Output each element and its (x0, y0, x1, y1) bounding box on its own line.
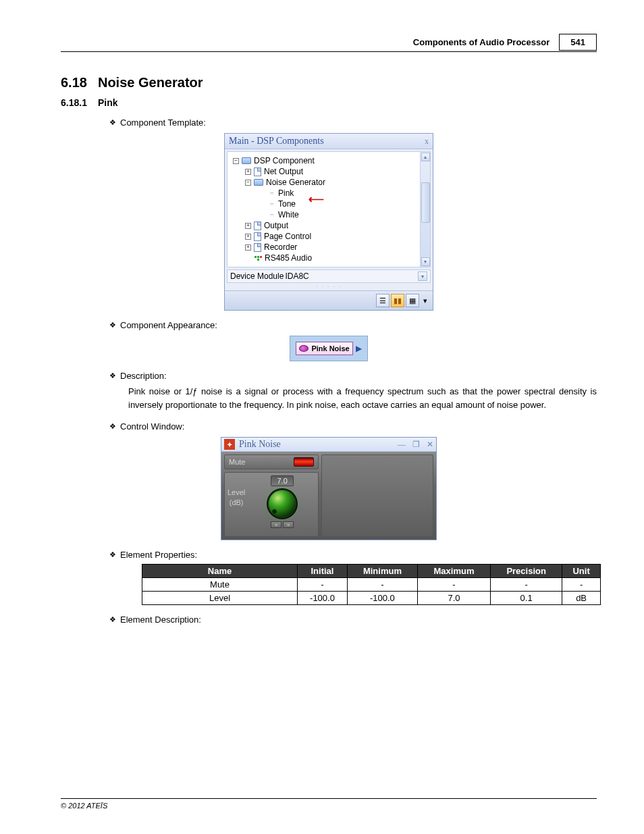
view-list-button[interactable]: ☰ (376, 294, 390, 307)
subsection-number: 6.18.1 (61, 97, 87, 108)
tree-label: White (278, 210, 299, 219)
section-title: Noise Generator (98, 75, 203, 90)
tree-pink[interactable]: ⎓Pink (229, 188, 420, 199)
chevron-down-icon[interactable]: ▾ (418, 271, 427, 281)
empty-pane (321, 454, 433, 537)
mute-control[interactable]: Mute (224, 454, 319, 469)
mute-indicator[interactable] (294, 457, 314, 467)
maximize-icon[interactable]: ❐ (412, 440, 420, 450)
page-number: 541 (559, 34, 597, 51)
bullet-icon: ❖ (109, 321, 116, 330)
header-title: Components of Audio Processor (413, 37, 549, 47)
control-window: ✦ Pink Noise — ❐ ✕ Mute L (221, 437, 437, 540)
signal-icon: ⎓ (267, 190, 275, 197)
component-chip: Pink Noise ▶ (290, 336, 367, 361)
expand-icon[interactable]: + (245, 223, 251, 229)
cell: dB (562, 592, 601, 605)
bullet-icon: ❖ (109, 118, 116, 127)
device-module-label: Device Module (230, 271, 284, 281)
th-max: Maximum (417, 565, 490, 578)
cell: Level (142, 592, 298, 605)
page-icon (254, 167, 261, 176)
tree-label: DSP Component (254, 156, 315, 165)
scroll-down-icon[interactable]: ▾ (421, 257, 430, 266)
device-module-select[interactable]: IDA8C ▾ (285, 271, 427, 281)
footer-copyright: © 2012 ATEÏS (61, 798, 597, 810)
tree-recorder[interactable]: +Recorder (229, 242, 420, 253)
tree-net-output[interactable]: +Net Output (229, 166, 420, 177)
expand-icon[interactable]: + (245, 244, 251, 251)
section-number: 6.18 (61, 75, 87, 90)
description-text: Pink noise or 1/ƒ noise is a signal or p… (128, 385, 597, 412)
noise-icon (299, 345, 308, 352)
grid-icon (254, 254, 262, 262)
bullet-appearance: Component Appearance: (120, 320, 217, 330)
close-icon[interactable]: x (425, 136, 429, 147)
chip-label: Pink Noise (311, 344, 349, 353)
minimize-icon[interactable]: — (398, 440, 406, 450)
decrement-button[interactable]: « (271, 521, 281, 528)
tree-label: Output (264, 221, 288, 230)
scroll-up-icon[interactable]: ▴ (421, 153, 430, 161)
tree-rs485[interactable]: RS485 Audio (229, 253, 420, 263)
collapse-icon[interactable]: − (233, 158, 239, 164)
component-tree[interactable]: −DSP Component +Net Output −Noise Genera… (227, 152, 420, 267)
bullet-description: Description: (120, 371, 167, 381)
cell: - (347, 578, 417, 592)
cell: - (562, 578, 601, 592)
output-port-icon[interactable]: ▶ (356, 344, 362, 353)
dsp-components-panel: Main - DSP Components x −DSP Component +… (224, 133, 433, 311)
cell: Mute (142, 578, 298, 592)
bullet-eldesc: Element Description: (120, 615, 201, 625)
cell: 0.1 (491, 592, 562, 605)
th-unit: Unit (562, 565, 601, 578)
page-icon (254, 232, 261, 241)
tree-white[interactable]: ⎓White (229, 209, 420, 220)
bullet-icon: ❖ (109, 422, 116, 431)
tree-output[interactable]: +Output (229, 220, 420, 231)
level-value[interactable]: 7.0 (271, 475, 294, 486)
tree-label: Pink (278, 188, 294, 198)
table-row: Level -100.0 -100.0 7.0 0.1 dB (142, 592, 601, 605)
pink-noise-chip[interactable]: Pink Noise (296, 342, 352, 355)
bullet-icon: ❖ (109, 371, 116, 380)
increment-button[interactable]: » (283, 521, 294, 528)
window-title: Pink Noise (239, 439, 281, 450)
device-module-value: IDA8C (285, 271, 418, 281)
tree-root[interactable]: −DSP Component (229, 155, 420, 166)
tree-label: Page Control (264, 232, 311, 241)
cell: 7.0 (417, 592, 490, 605)
tree-page-control[interactable]: +Page Control (229, 231, 420, 242)
tree-label: RS485 Audio (265, 253, 312, 263)
th-prec: Precision (491, 565, 562, 578)
close-icon[interactable]: ✕ (427, 440, 433, 450)
panel-title: Main - DSP Components (229, 136, 324, 147)
collapse-icon[interactable]: − (245, 180, 251, 186)
cell: -100.0 (347, 592, 417, 605)
cell: -100.0 (298, 592, 348, 605)
view-grid-button[interactable]: ▦ (406, 294, 419, 307)
expand-icon[interactable]: + (245, 169, 251, 175)
subsection-title: Pink (98, 97, 118, 108)
bullet-template: Component Template: (120, 118, 206, 128)
expand-icon[interactable]: + (245, 234, 251, 240)
cell: - (491, 578, 562, 592)
folder-open-icon (242, 157, 251, 164)
tree-label: Net Output (264, 167, 303, 176)
scrollbar[interactable]: ▴ ▾ (420, 152, 430, 267)
resize-grip[interactable]: · · · · · (225, 283, 433, 290)
view-columns-button[interactable]: ▮▮ (391, 294, 404, 307)
mute-label: Mute (229, 458, 245, 466)
signal-icon: ⎓ (267, 201, 275, 207)
scroll-thumb[interactable] (421, 182, 430, 223)
tree-noise-generator[interactable]: −Noise Generator (229, 177, 420, 188)
grid-icon: ▦ (409, 296, 416, 305)
th-name: Name (142, 565, 298, 578)
folder-open-icon (254, 179, 263, 186)
element-properties-table: Name Initial Minimum Maximum Precision U… (142, 564, 601, 605)
page-icon (254, 243, 261, 252)
tree-tone[interactable]: ⎓Tone (229, 199, 420, 209)
view-dropdown[interactable]: ▾ (421, 294, 430, 307)
signal-icon: ⎓ (267, 211, 275, 218)
level-knob[interactable] (267, 488, 298, 519)
